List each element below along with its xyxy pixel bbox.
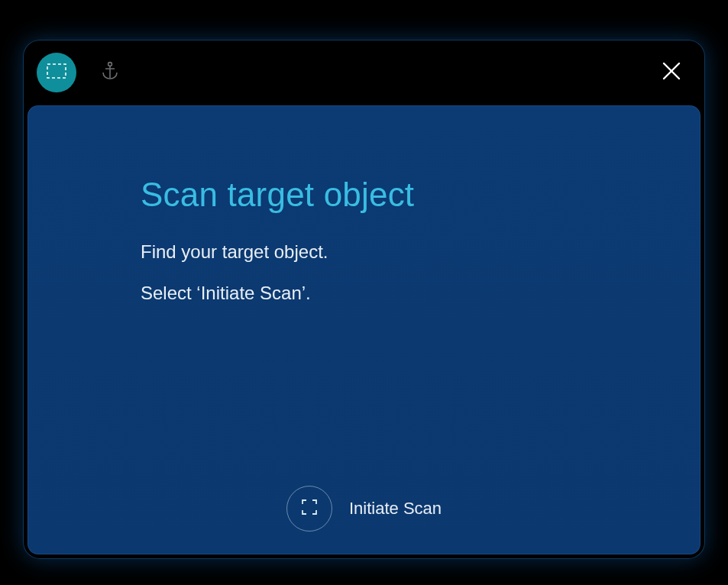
dialog-window: Scan target object Find your target obje…	[23, 40, 705, 559]
instruction-line-1: Find your target object.	[141, 241, 700, 263]
corners-icon	[299, 497, 319, 520]
panel-title: Scan target object	[141, 176, 700, 214]
footer-area: Initiate Scan	[28, 486, 700, 532]
marquee-icon	[46, 63, 67, 82]
close-button[interactable]	[656, 57, 687, 88]
anchor-mode-button[interactable]	[101, 61, 119, 84]
initiate-scan-label: Initiate Scan	[349, 499, 442, 519]
content-area: Scan target object Find your target obje…	[28, 105, 700, 324]
title-bar-left	[37, 53, 119, 92]
svg-rect-0	[47, 64, 66, 78]
title-bar	[23, 40, 705, 105]
anchor-icon	[101, 61, 119, 84]
instruction-line-2: Select ‘Initiate Scan’.	[141, 283, 700, 304]
close-icon	[661, 60, 682, 85]
main-panel: Scan target object Find your target obje…	[28, 105, 700, 554]
scan-mode-button[interactable]	[37, 53, 76, 92]
svg-point-1	[108, 63, 112, 66]
initiate-scan-button[interactable]: Initiate Scan	[286, 486, 442, 532]
scan-icon-circle	[286, 486, 332, 532]
